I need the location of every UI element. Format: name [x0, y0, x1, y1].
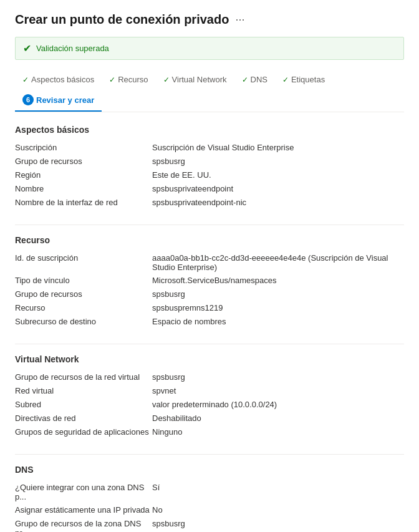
section-basics: Aspectos básicos Suscripción Suscripción…	[15, 125, 404, 210]
field-label: Nombre	[15, 184, 152, 194]
field-value: spsbusrg	[152, 519, 404, 532]
tab-dns-check-icon: ✓	[242, 75, 248, 84]
field-value: spsbusrg	[152, 372, 404, 382]
tab-review-number: 6	[22, 94, 34, 105]
tab-review[interactable]: 6 Revisar y crear	[15, 89, 102, 112]
field-value: spsbusrg	[152, 289, 404, 299]
tab-dns[interactable]: ✓ DNS	[234, 70, 275, 89]
field-row: Grupo de recursos de la red virtual spsb…	[15, 370, 404, 384]
field-value: No	[152, 505, 404, 515]
field-value: spsbusprivateendpoint-nic	[152, 198, 404, 208]
section-vnet-title: Virtual Network	[15, 354, 404, 364]
section-dns-title: DNS	[15, 465, 404, 475]
tab-tags-label: Etiquetas	[291, 75, 325, 84]
field-label: Directivas de red	[15, 414, 152, 423]
field-label: Id. de suscripción	[15, 253, 152, 272]
field-row: Subrecurso de destino Espacio de nombres	[15, 315, 404, 329]
field-label: Subred	[15, 400, 152, 410]
field-label: Nombre de la interfaz de red	[15, 198, 152, 208]
field-label: Asignar estáticamente una IP privada	[15, 505, 152, 515]
tab-vnet-label: Virtual Network	[172, 75, 227, 84]
field-row: ¿Quiere integrar con una zona DNS p... S…	[15, 481, 404, 503]
field-value: Espacio de nombres	[152, 317, 404, 327]
field-row: Subred valor predeterminado (10.0.0.0/24…	[15, 398, 404, 412]
section-resource: Recurso Id. de suscripción aaaa0a0a-bb1b…	[15, 235, 404, 329]
tab-resource-label: Recurso	[118, 75, 148, 84]
field-value: spvnet	[152, 386, 404, 396]
field-row: Grupo de recursos spsbusrg	[15, 288, 404, 301]
field-label: Grupo de recursos	[15, 289, 152, 299]
field-row: Grupo de recursos spsbusrg	[15, 155, 404, 168]
tab-vnet-check-icon: ✓	[163, 75, 170, 84]
divider	[15, 454, 404, 455]
field-value: aaaa0a0a-bb1b-cc2c-dd3d-eeeeee4e4e4e (Su…	[152, 253, 404, 272]
field-label: Tipo de vínculo	[15, 276, 152, 286]
tab-tags-check-icon: ✓	[282, 75, 289, 84]
field-value: Ninguno	[152, 427, 404, 437]
field-label: Grupo de recursos de la zona DNS pr...	[15, 519, 152, 532]
field-value: Suscripción de Visual Studio Enterprise	[152, 143, 404, 153]
field-label: Subrecurso de destino	[15, 317, 152, 327]
tab-tags[interactable]: ✓ Etiquetas	[275, 70, 332, 89]
field-row: Grupo de recursos de la zona DNS pr... s…	[15, 517, 404, 532]
field-value: Este de EE. UU.	[152, 170, 404, 180]
field-row: Asignar estáticamente una IP privada No	[15, 503, 404, 517]
field-label: Suscripción	[15, 143, 152, 153]
field-value: Microsoft.ServiceBus/namespaces	[152, 276, 404, 286]
field-row: Tipo de vínculo Microsoft.ServiceBus/nam…	[15, 274, 404, 288]
field-value: spsbusprivateendpoint	[152, 184, 404, 194]
validation-banner: ✔ Validación superada	[15, 37, 404, 60]
field-value: Sí	[152, 483, 404, 501]
field-row: Red virtual spvnet	[15, 384, 404, 398]
field-row: Id. de suscripción aaaa0a0a-bb1b-cc2c-dd…	[15, 251, 404, 274]
field-row: Directivas de red Deshabilitado	[15, 412, 404, 425]
field-label: Grupo de recursos de la red virtual	[15, 372, 152, 382]
page-header: Crear un punto de conexión privado ···	[15, 12, 404, 27]
validation-check-icon: ✔	[23, 42, 31, 54]
field-label: Grupos de seguridad de aplicaciones	[15, 427, 152, 437]
field-value: spsbuspremns1219	[152, 303, 404, 313]
field-value: spsbusrg	[152, 157, 404, 167]
page-title: Crear un punto de conexión privado	[15, 12, 229, 27]
field-label: Grupo de recursos	[15, 157, 152, 167]
tab-basics-check-icon: ✓	[22, 75, 29, 84]
section-dns: DNS ¿Quiere integrar con una zona DNS p.…	[15, 465, 404, 532]
field-row: Recurso spsbuspremns1219	[15, 301, 404, 315]
tab-basics[interactable]: ✓ Aspectos básicos	[15, 70, 102, 89]
validation-text: Validación superada	[36, 44, 109, 53]
tab-dns-label: DNS	[251, 75, 267, 84]
field-label: Red virtual	[15, 386, 152, 396]
section-basics-title: Aspectos básicos	[15, 125, 404, 135]
tab-resource[interactable]: ✓ Recurso	[102, 70, 155, 89]
tab-review-label: Revisar y crear	[36, 95, 94, 105]
more-options-icon[interactable]: ···	[235, 13, 244, 26]
field-row: Nombre spsbusprivateendpoint	[15, 182, 404, 196]
field-row: Grupos de seguridad de aplicaciones Ning…	[15, 425, 404, 439]
field-value: Deshabilitado	[152, 414, 404, 423]
tab-resource-check-icon: ✓	[109, 75, 115, 84]
tab-basics-label: Aspectos básicos	[31, 75, 94, 84]
field-value: valor predeterminado (10.0.0.0/24)	[152, 400, 404, 410]
tabs-bar: ✓ Aspectos básicos ✓ Recurso ✓ Virtual N…	[15, 70, 404, 112]
tab-vnet[interactable]: ✓ Virtual Network	[156, 70, 234, 89]
divider	[15, 225, 404, 225]
divider	[15, 344, 404, 344]
field-row: Nombre de la interfaz de red spsbuspriva…	[15, 196, 404, 210]
field-row: Región Este de EE. UU.	[15, 168, 404, 182]
field-row: Suscripción Suscripción de Visual Studio…	[15, 141, 404, 155]
field-label: Recurso	[15, 303, 152, 313]
field-label: Región	[15, 170, 152, 180]
section-vnet: Virtual Network Grupo de recursos de la …	[15, 354, 404, 439]
field-label: ¿Quiere integrar con una zona DNS p...	[15, 483, 152, 501]
section-resource-title: Recurso	[15, 235, 404, 245]
